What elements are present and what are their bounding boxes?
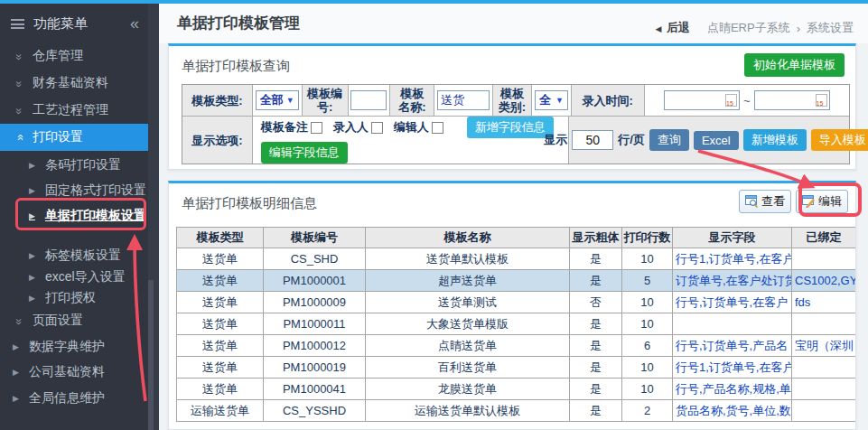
rows-per-page-input[interactable]	[572, 130, 613, 150]
breadcrumb-subsystem[interactable]: 点睛ERP子系统	[707, 20, 790, 36]
table-cell: 是	[570, 379, 622, 400]
entry-time-from: 15	[664, 90, 740, 110]
table-row[interactable]: 送货单PM1000041龙膜送货单是10行号,产品名称,规格,单	[177, 379, 856, 400]
table-cell: 送货单	[177, 292, 264, 313]
table-row[interactable]: 送货单PM1000009送货单测试否10行号,订货单号,在客户fds	[177, 292, 856, 313]
table-row[interactable]: 运输送货单CS_YSSHD运输送货单默认模板是2货品名称,货号,单位,数	[177, 400, 856, 422]
view-icon	[745, 195, 759, 208]
option-checkbox[interactable]	[371, 122, 383, 134]
table-cell: 大象送货单模版	[366, 313, 570, 335]
table-cell	[792, 400, 856, 422]
option-checkbox[interactable]	[432, 122, 443, 134]
sidebar-item[interactable]: »仓库管理	[0, 43, 159, 69]
query-button[interactable]: 查询	[649, 129, 689, 151]
table-cell: 行号1,订货单号,在客户	[673, 248, 792, 270]
table-row[interactable]: 送货单PM1000011大象送货单模版是10	[177, 313, 856, 335]
sidebar-item-label: 工艺过程管理	[33, 102, 108, 118]
edit-field-info-button[interactable]: 编辑字段信息	[261, 142, 348, 164]
init-template-button[interactable]: 初始化单据模板	[744, 53, 845, 77]
table-cell: PM1000011	[264, 313, 366, 335]
display-options-label: 显示选项:	[182, 117, 253, 164]
table-cell: 送货单	[177, 357, 264, 379]
detail-panel: 单据打印模板明细信息 查看 编辑 模板类型模板编号模板名称显示粗体打印行数显示字…	[168, 181, 856, 430]
sidebar-item[interactable]: ▶公司基础资料	[0, 360, 159, 385]
template-category-select[interactable]: 全▼	[535, 90, 568, 110]
table-cell: PM1000012	[264, 335, 366, 357]
sidebar-item[interactable]: »财务基础资料	[0, 70, 159, 96]
option-checkboxes: 模板备注录入人编辑人	[261, 119, 454, 136]
rows-unit-label: 行/页	[618, 132, 645, 148]
back-arrow-icon: ◀	[655, 24, 661, 33]
sidebar-item-label: 仓库管理	[33, 48, 83, 64]
table-row[interactable]: 送货单PM1000001超声送货单是5订货单号,在客户处订货CS1002,GYS	[177, 270, 856, 292]
table-cell: 10	[622, 379, 673, 400]
edit-button[interactable]: 编辑	[796, 190, 848, 213]
table-row[interactable]: 送货单PM1000012点睛送货单是6行号,订货单号,产品名宝明（深圳）	[177, 335, 856, 357]
template-type-select[interactable]: 全部▼	[256, 90, 299, 110]
sidebar-collapse-icon[interactable]: «	[130, 14, 139, 33]
templates-table: 模板类型模板编号模板名称显示粗体打印行数显示字段已绑定 送货单CS_SHD送货单…	[176, 227, 856, 422]
sidebar-scrollbar-thumb[interactable]	[148, 280, 154, 430]
add-field-info-button[interactable]: 新增字段信息	[467, 117, 554, 138]
sidebar-item-label: 全局信息维护	[29, 390, 105, 407]
table-cell: 送货单测试	[366, 292, 570, 313]
table-cell: 百利送货单	[366, 357, 570, 379]
table-cell: 2	[622, 400, 673, 422]
chevron-down-icon: ▼	[555, 96, 564, 105]
table-header-cell: 模板编号	[264, 228, 366, 248]
sidebar-item[interactable]: ▶打印授权	[0, 285, 159, 311]
table-cell	[673, 313, 792, 335]
template-no-input[interactable]	[350, 90, 387, 110]
sidebar: 功能菜单 « »仓库管理»财务基础资料»工艺过程管理»打印设置▶条码打印设置▶固…	[0, 4, 159, 430]
table-cell: 10	[622, 292, 673, 313]
sidebar-item[interactable]: »工艺过程管理	[0, 98, 159, 123]
triangle-icon: ▶	[29, 273, 38, 282]
table-cell: 是	[570, 400, 622, 422]
option-checkbox-label: 模板备注	[261, 119, 308, 136]
sidebar-item[interactable]: ▶单据打印模板设置	[0, 203, 159, 229]
back-button[interactable]: ◀ 后退	[655, 20, 690, 36]
table-cell: 送货单	[177, 248, 264, 270]
triangle-icon: ▶	[29, 211, 38, 220]
table-row[interactable]: 送货单CS_SHD送货单默认模板是10行号1,订货单号,在客户	[177, 248, 856, 270]
sidebar-item-label: 公司基础资料	[29, 364, 105, 380]
table-cell: 6	[622, 335, 673, 357]
sidebar-item[interactable]: »打印设置	[0, 124, 159, 151]
query-form: 模板类型: 全部▼ 模板编号: 模板名称: 模板类别: 全▼ 录入时间:	[182, 84, 850, 164]
table-cell: 点睛送货单	[366, 335, 570, 357]
template-type-label: 模板类型:	[182, 85, 253, 117]
table-cell: 运输送货单	[177, 400, 264, 422]
calendar-icon[interactable]: 15	[816, 94, 827, 107]
detail-panel-title: 单据打印模板明细信息	[182, 195, 317, 212]
excel-button[interactable]: Excel	[694, 131, 739, 150]
query-panel: 单据打印模板查询 初始化单据模板 模板类型: 全部▼ 模板编号: 模板名称: 模…	[168, 43, 856, 170]
chevrons-icon: »	[13, 50, 26, 62]
sidebar-item[interactable]: ▶条码打印设置	[0, 153, 159, 178]
option-checkbox[interactable]	[311, 122, 322, 134]
import-template-button[interactable]: 导入模板	[811, 129, 868, 151]
table-cell: PM1000019	[264, 357, 366, 379]
sidebar-header: 功能菜单 «	[11, 14, 148, 33]
breadcrumb-current[interactable]: 系统设置	[807, 20, 854, 36]
chevrons-icon: »	[13, 104, 26, 117]
new-template-button[interactable]: 新增模板	[743, 129, 807, 151]
table-cell: 宝明（深圳）	[792, 335, 856, 357]
option-checkbox-group: 模板备注	[261, 119, 322, 136]
view-button[interactable]: 查看	[739, 190, 791, 213]
table-cell	[792, 379, 856, 400]
table-cell	[792, 313, 856, 335]
table-cell: 5	[622, 270, 673, 292]
sidebar-item[interactable]: ▶固定格式打印设置	[0, 178, 159, 203]
chevrons-icon: »	[13, 77, 26, 89]
sidebar-item[interactable]: »页面设置	[0, 308, 159, 333]
table-cell: PM1000009	[264, 292, 366, 313]
table-cell: 送货单	[177, 379, 264, 400]
template-name-input[interactable]	[437, 90, 490, 110]
calendar-icon[interactable]: 15	[725, 94, 737, 107]
sidebar-item-label: 页面设置	[33, 313, 83, 329]
table-cell: CS_YSSHD	[264, 400, 366, 422]
table-cell: CS_SHD	[264, 248, 366, 270]
sidebar-item[interactable]: ▶数据字典维护	[0, 334, 159, 360]
sidebar-item[interactable]: ▶全局信息维护	[0, 386, 159, 411]
table-row[interactable]: 送货单PM1000019百利送货单是10行号1,订货单号,在客户	[177, 357, 856, 379]
